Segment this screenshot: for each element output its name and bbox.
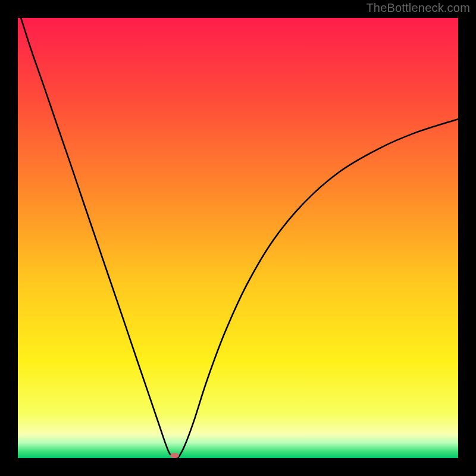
gradient-background (18, 18, 458, 458)
watermark-text: TheBottleneck.com (366, 1, 470, 15)
minimum-marker (170, 453, 179, 458)
bottleneck-chart (18, 18, 458, 458)
chart-frame: TheBottleneck.com (0, 0, 476, 476)
